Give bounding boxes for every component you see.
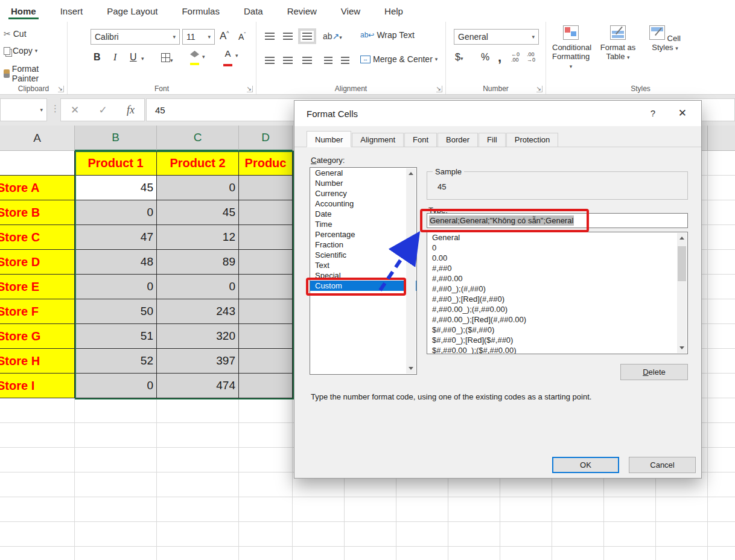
cell-A7[interactable]: Store F	[0, 299, 75, 324]
cell-B13[interactable]	[75, 448, 157, 472]
decrease-decimal-button[interactable]: .00→0	[527, 52, 535, 63]
cell-B15[interactable]	[75, 497, 157, 522]
cell-J17[interactable]	[552, 547, 604, 560]
cell-I16[interactable]	[500, 522, 552, 547]
cell-B9[interactable]: 52	[75, 349, 157, 374]
cell-B12[interactable]	[75, 423, 157, 448]
align-center-icon[interactable]	[283, 57, 293, 64]
cell-D14[interactable]	[239, 472, 293, 497]
cell-B3[interactable]: 0	[75, 200, 157, 225]
borders-button[interactable]: ▾	[161, 53, 173, 64]
font-color-button[interactable]: A ▾	[223, 49, 232, 68]
cell-E15[interactable]	[293, 497, 345, 522]
cell-D7[interactable]	[239, 299, 293, 324]
cell-M16[interactable]	[708, 522, 735, 547]
cell-H17[interactable]	[448, 547, 500, 560]
cell-M17[interactable]	[708, 547, 735, 560]
grow-font-button[interactable]: A^	[220, 30, 229, 42]
format-code-item-7[interactable]: #,##0.00_);(#,##0.00)	[427, 304, 687, 314]
format-code-item-8[interactable]: #,##0.00_);[Red](#,##0.00)	[427, 314, 687, 325]
dialog-tab-font[interactable]: Font	[404, 133, 437, 147]
col-header-B[interactable]: B	[75, 126, 157, 151]
cell-C4[interactable]: 12	[157, 225, 239, 250]
percent-style-button[interactable]: %	[481, 52, 489, 63]
enter-entry-icon[interactable]: ✓	[98, 104, 107, 116]
dialog-tab-fill[interactable]: Fill	[479, 133, 506, 147]
type-input[interactable]: General;General;"Không có sẵn";General	[427, 213, 688, 228]
cell-F16[interactable]	[345, 522, 396, 547]
cell-B7[interactable]: 50	[75, 299, 157, 324]
cell-J16[interactable]	[552, 522, 604, 547]
alignment-dialog-launcher[interactable]: ↘	[436, 86, 442, 92]
cell-B4[interactable]: 47	[75, 225, 157, 250]
format-code-item-6[interactable]: #,##0_);[Red](#,##0)	[427, 294, 687, 304]
align-top-icon[interactable]	[265, 33, 275, 40]
col-header-M[interactable]	[708, 126, 735, 151]
category-item-time[interactable]: Time	[310, 219, 416, 229]
cell-H16[interactable]	[448, 522, 500, 547]
category-item-date[interactable]: Date	[310, 209, 416, 219]
cell-D11[interactable]	[239, 398, 293, 423]
cell-C13[interactable]	[157, 448, 239, 472]
cell-B1[interactable]: Product 1	[75, 151, 157, 176]
underline-button[interactable]: U	[130, 52, 137, 63]
align-left-icon[interactable]	[265, 57, 275, 64]
cell-D3[interactable]	[239, 200, 293, 225]
cell-M3[interactable]	[708, 200, 735, 225]
format-code-item-2[interactable]: 0.00	[427, 253, 687, 263]
category-item-special[interactable]: Special	[310, 270, 416, 281]
cell-C9[interactable]: 397	[157, 349, 239, 374]
cell-C1[interactable]: Product 2	[157, 151, 239, 176]
cell-E17[interactable]	[293, 547, 345, 560]
cell-C14[interactable]	[157, 472, 239, 497]
font-size-combo[interactable]: 11 ▾	[182, 29, 215, 45]
cell-B11[interactable]	[75, 398, 157, 423]
category-item-scientific[interactable]: Scientific	[310, 250, 416, 260]
cell-B10[interactable]: 0	[75, 374, 157, 398]
ribbon-tab-formulas[interactable]: Formulas	[180, 2, 221, 20]
cell-D16[interactable]	[239, 522, 293, 547]
fill-color-button[interactable]: ▾	[190, 51, 199, 67]
bold-button[interactable]: B	[94, 52, 101, 63]
cell-M14[interactable]	[708, 472, 735, 497]
scroll-down-icon[interactable]	[409, 367, 413, 370]
close-icon[interactable]: ✕	[678, 107, 687, 119]
ok-button[interactable]: OK	[552, 457, 619, 473]
name-box[interactable]: ▾	[0, 98, 47, 121]
category-item-general[interactable]: General	[310, 168, 416, 178]
cell-styles-button[interactable]: Cell Styles ▾	[646, 25, 684, 53]
category-scrollbar[interactable]	[406, 168, 416, 374]
cell-K17[interactable]	[604, 547, 656, 560]
format-code-item-5[interactable]: #,##0_);(#,##0)	[427, 284, 687, 294]
underline-menu-arrow[interactable]: ▾	[141, 56, 144, 62]
format-code-item-9[interactable]: $#,##0_);($#,##0)	[427, 325, 687, 335]
cell-L16[interactable]	[656, 522, 708, 547]
align-bottom-icon[interactable]	[302, 33, 312, 40]
cell-F17[interactable]	[345, 547, 396, 560]
col-header-A[interactable]: A	[0, 126, 75, 151]
dialog-tab-protection[interactable]: Protection	[506, 133, 559, 147]
cell-C12[interactable]	[157, 423, 239, 448]
cell-B5[interactable]: 48	[75, 250, 157, 275]
cell-B6[interactable]: 0	[75, 275, 157, 299]
cell-M12[interactable]	[708, 423, 735, 448]
cell-L15[interactable]	[656, 497, 708, 522]
cell-M8[interactable]	[708, 324, 735, 349]
cell-A4[interactable]: Store C	[0, 225, 75, 250]
cell-M7[interactable]	[708, 299, 735, 324]
cell-E16[interactable]	[293, 522, 345, 547]
cell-A1[interactable]	[0, 151, 75, 176]
cell-C10[interactable]: 474	[157, 374, 239, 398]
cell-A16[interactable]	[0, 522, 75, 547]
cell-C11[interactable]	[157, 398, 239, 423]
cell-B8[interactable]: 51	[75, 324, 157, 349]
cell-M4[interactable]	[708, 225, 735, 250]
cell-D1[interactable]: Produc	[239, 151, 293, 176]
copy-button[interactable]: Copy ▾	[4, 46, 37, 56]
number-format-combo[interactable]: General ▾	[454, 29, 539, 45]
cell-M15[interactable]	[708, 497, 735, 522]
cut-button[interactable]: ✂ Cut	[4, 29, 27, 39]
cell-F15[interactable]	[345, 497, 396, 522]
cancel-button[interactable]: Cancel	[629, 457, 696, 473]
cell-B2[interactable]: 45	[75, 176, 157, 200]
